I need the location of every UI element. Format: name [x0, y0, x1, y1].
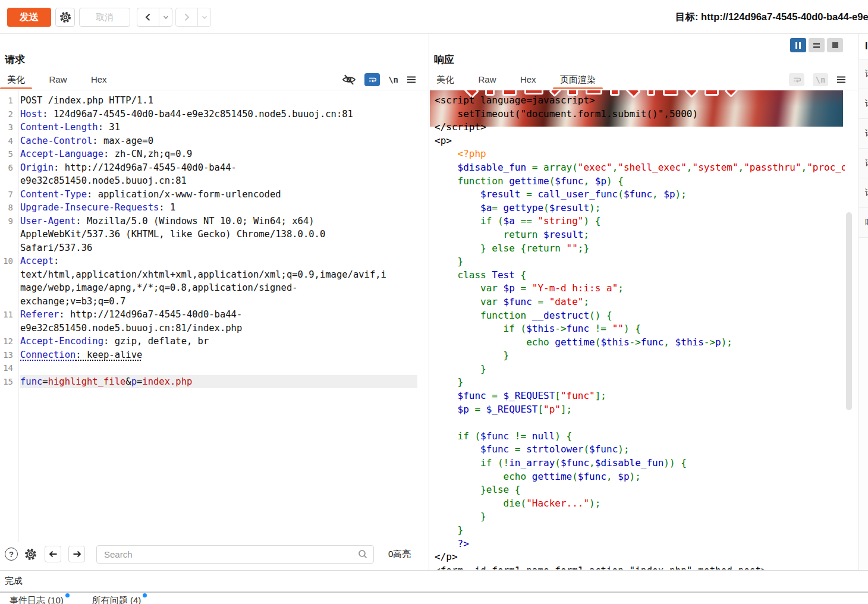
response-code-line: } — [435, 524, 845, 537]
request-line: 13Connection: keep-alive — [0, 348, 419, 362]
status-text: 完成 — [5, 575, 23, 586]
send-button[interactable]: 发送 — [7, 8, 51, 27]
gear-icon — [24, 548, 37, 561]
request-line: 4Cache-Control: max-age=0 — [0, 134, 419, 148]
footer-tab[interactable]: 事件日志 (10) — [10, 595, 70, 604]
search-input[interactable] — [96, 545, 374, 564]
history-back-button[interactable] — [137, 8, 159, 26]
response-code-line: return $result; — [435, 228, 845, 242]
tab-response-hex[interactable]: Hex — [520, 71, 536, 89]
tab-request-raw[interactable]: Raw — [49, 71, 67, 89]
response-code-line: $result = call_user_func($func, $p); — [435, 188, 845, 202]
response-code-line: $a= gettype($result); — [435, 202, 845, 215]
inspector-item[interactable]: 请 — [859, 119, 868, 149]
highlight-count: 0高亮 — [388, 549, 411, 560]
request-line: 12Accept-Encoding: gzip, deflate, br — [0, 335, 419, 348]
line-number: 6 — [0, 161, 14, 175]
prev-match-button[interactable] — [45, 546, 61, 562]
response-scrollbar[interactable] — [846, 212, 852, 410]
request-line: 10Accept: text/html,application/xhtml+xm… — [0, 254, 419, 308]
eye-off-icon[interactable] — [342, 74, 356, 86]
response-code-line: function gettime($func, $p) { — [435, 175, 845, 188]
response-code-line — [435, 416, 845, 430]
word-wrap-icon[interactable] — [364, 73, 380, 86]
line-number: 7 — [0, 188, 14, 202]
response-code-line: class Test { — [435, 269, 845, 282]
history-back-group — [137, 8, 172, 27]
history-back-dropdown[interactable] — [159, 8, 172, 26]
response-panel: 响应 美化 Raw Hex 页面渲染 \n <scri — [429, 34, 858, 570]
bottom-tabs: 事件日志 (10)所有问题 (4) — [0, 592, 868, 604]
line-number: 15 — [0, 375, 14, 389]
request-line: 11Referer: http://124d96a7-4545-40d0-ba4… — [0, 308, 419, 335]
status-bar: 完成 — [0, 570, 868, 592]
request-line: 8Upgrade-Insecure-Requests: 1 — [0, 201, 419, 215]
inspector-item[interactable]: 响 — [859, 208, 868, 238]
footer-tab-label: 所有问题 (4) — [92, 595, 141, 604]
request-line: 5Accept-Language: zh-CN,zh;q=0.9 — [0, 147, 419, 161]
chevron-down-icon — [162, 14, 169, 21]
line-number: 4 — [0, 134, 14, 148]
editor-search-bar: ? — [0, 542, 419, 566]
response-code-line: die("Hacker..."); — [435, 497, 845, 511]
response-panel-title: 响应 — [434, 53, 454, 67]
line-number: 3 — [0, 121, 14, 134]
inspector-item[interactable]: 请 — [859, 149, 868, 178]
response-code-line: <script language=javascript> — [435, 94, 845, 108]
response-code-line: <?php — [435, 147, 845, 161]
newline-icon[interactable]: \n — [813, 73, 828, 86]
tab-response-render[interactable]: 页面渲染 — [560, 71, 596, 89]
menu-icon[interactable] — [836, 76, 846, 84]
search-settings-button[interactable] — [24, 548, 37, 561]
response-code-line: $disable_fun = array("exec","shell_exec"… — [435, 161, 845, 175]
gear-icon — [59, 11, 72, 24]
cancel-button[interactable]: 取消 — [79, 8, 130, 27]
tab-request-beautify[interactable]: 美化 — [7, 71, 25, 89]
menu-icon[interactable] — [407, 76, 416, 84]
line-number: 5 — [0, 147, 14, 161]
tab-response-raw[interactable]: Raw — [478, 71, 496, 89]
help-icon[interactable]: ? — [5, 548, 18, 561]
request-editor[interactable]: 1POST /index.php HTTP/1.12Host: 124d96a7… — [0, 90, 419, 542]
stop-button[interactable] — [827, 38, 843, 52]
line-number: 14 — [0, 361, 14, 375]
chevron-left-icon — [143, 12, 153, 22]
newline-icon[interactable]: \n — [388, 75, 398, 84]
line-number: 10 — [0, 254, 14, 268]
notification-dot — [143, 593, 147, 597]
request-line: 2Host: 124d96a7-4545-40d0-ba44-e9e32c851… — [0, 108, 419, 121]
next-match-button[interactable] — [68, 546, 85, 562]
target-url: 目标: http://124d96a7-4545-40d0-ba44-e9e32… — [675, 11, 868, 24]
response-code-line: $p = $_REQUEST["p"]; — [435, 403, 845, 417]
rendered-page[interactable]: <script language=javascript> setTimeout(… — [430, 90, 845, 570]
history-forward-button[interactable] — [176, 8, 197, 26]
response-code-line: if ($this->func != "") { — [435, 322, 845, 336]
inspector-item[interactable]: 请 — [859, 178, 868, 208]
top-toolbar: 发送 取消 — [0, 0, 868, 34]
inspector-sidebar: In 请请请请请响 — [858, 34, 868, 570]
footer-tab[interactable]: 所有问题 (4) — [92, 595, 147, 604]
tab-response-beautify[interactable]: 美化 — [436, 71, 454, 89]
request-line: 14 — [0, 361, 419, 375]
send-settings-button[interactable] — [55, 8, 75, 27]
inspector-item[interactable]: 请 — [859, 59, 868, 89]
response-code-line: if ($func != null) { — [435, 430, 845, 443]
target-label: 目标: — [675, 11, 699, 22]
request-line: 3Content-Length: 31 — [0, 121, 419, 134]
response-code-line: $func = strtolower($func); — [435, 443, 845, 457]
lines-view-button[interactable] — [809, 38, 825, 52]
history-forward-dropdown[interactable] — [197, 8, 210, 26]
lines-icon — [813, 43, 820, 48]
line-number: 2 — [0, 108, 14, 121]
target-url-text: http://124d96a7-4545-40d0-ba44-e9e32c851… — [701, 11, 868, 22]
word-wrap-icon[interactable] — [789, 73, 804, 86]
line-number: 1 — [0, 94, 14, 108]
request-panel-title: 请求 — [5, 53, 25, 67]
arrow-left-icon — [48, 549, 58, 559]
pause-button[interactable] — [790, 38, 806, 52]
tab-request-hex[interactable]: Hex — [91, 71, 107, 89]
inspector-item[interactable]: 请 — [859, 89, 868, 119]
notification-dot — [65, 593, 70, 597]
line-number: 12 — [0, 335, 14, 348]
request-line: 6Origin: http://124d96a7-4545-40d0-ba44-… — [0, 161, 419, 188]
